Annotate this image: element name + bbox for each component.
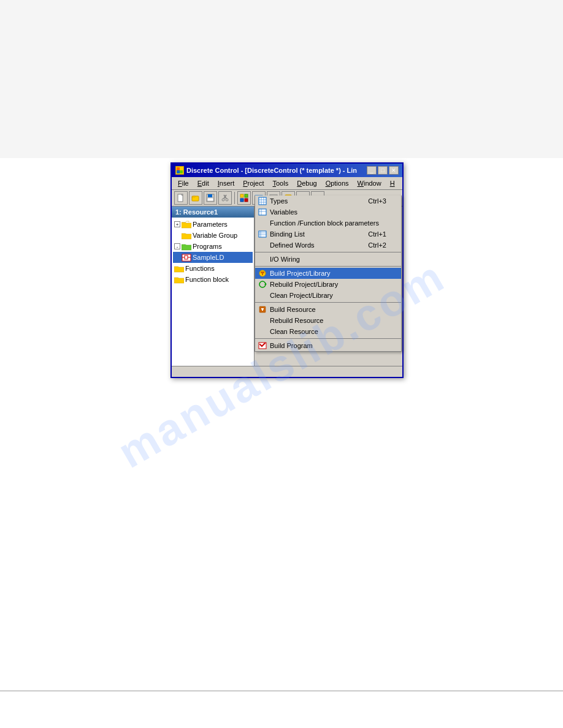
tree-item-parameters[interactable]: + Parameters xyxy=(173,219,253,230)
tree-label-functions: Functions xyxy=(185,265,215,272)
tree-item-functions[interactable]: Functions xyxy=(173,263,253,274)
expand-programs[interactable]: - xyxy=(174,243,180,249)
tree-label-programs: Programs xyxy=(193,243,222,250)
menu-insert[interactable]: Insert xyxy=(214,178,239,188)
project-dropdown-menu: Types Ctrl+3 Variables Function /Functio… xyxy=(255,195,402,352)
binding-list-icon xyxy=(258,229,267,239)
build-resource-label: Build Resource xyxy=(270,306,316,313)
svg-rect-39 xyxy=(259,209,266,215)
maximize-button[interactable]: □ xyxy=(378,166,388,175)
svg-point-13 xyxy=(226,199,228,201)
toolbar-btn5[interactable] xyxy=(237,191,251,205)
sep-2 xyxy=(255,266,401,267)
build-project-label: Build Project/Library xyxy=(270,270,330,277)
build-program-label: Build Program xyxy=(270,342,313,349)
types-shortcut: Ctrl+3 xyxy=(368,197,386,205)
tree-item-sampleld[interactable]: SampleLD xyxy=(173,252,253,263)
menu-item-build-project[interactable]: Build Project/Library xyxy=(255,268,401,279)
title-bar-left: Discrete Control - [DiscreteControl (* t… xyxy=(175,166,357,175)
svg-rect-16 xyxy=(240,199,243,202)
svg-rect-1 xyxy=(180,167,183,170)
ladder-icon-sampleld xyxy=(182,252,191,262)
build-project-icon xyxy=(258,268,267,278)
svg-rect-8 xyxy=(208,194,212,197)
svg-rect-3 xyxy=(180,170,183,173)
svg-rect-14 xyxy=(240,194,243,197)
folder-icon-variable-groups xyxy=(182,230,191,240)
toolbar-cut[interactable] xyxy=(218,191,232,205)
variables-icon xyxy=(258,207,267,217)
menu-help[interactable]: H xyxy=(386,178,399,188)
menu-item-rebuild-project[interactable]: Rebuild Project/Library xyxy=(255,279,401,290)
menu-item-variables[interactable]: Variables xyxy=(255,207,401,218)
menu-item-io-wiring[interactable]: I/O Wiring xyxy=(255,254,401,265)
tree-label-variable-groups: Variable Group xyxy=(193,232,237,239)
build-resource-icon xyxy=(258,305,267,314)
menu-item-rebuild-resource[interactable]: Rebuild Resource xyxy=(255,315,401,326)
tree-item-variable-groups[interactable]: Variable Group xyxy=(173,230,253,241)
tree-label-sampleld: SampleLD xyxy=(193,254,224,261)
main-window: Discrete Control - [DiscreteControl (* t… xyxy=(170,162,404,378)
window-title: Discrete Control - [DiscreteControl (* t… xyxy=(186,167,357,174)
tree-header: 1: Resource1 xyxy=(172,207,254,218)
menu-bar: File Edit Insert Project Tools Debug Opt… xyxy=(172,177,402,190)
binding-list-label: Binding List xyxy=(270,230,305,238)
close-button[interactable]: ✕ xyxy=(389,166,399,175)
sep-4 xyxy=(255,338,401,339)
menu-item-clean-resource[interactable]: Clean Resource xyxy=(255,326,401,337)
menu-window[interactable]: Window xyxy=(354,178,385,188)
menu-item-build-program[interactable]: Build Program xyxy=(255,340,401,351)
menu-file[interactable]: File xyxy=(174,178,193,188)
build-program-icon xyxy=(258,341,267,351)
minimize-button[interactable]: _ xyxy=(367,166,377,175)
menu-item-build-resource[interactable]: Build Resource xyxy=(255,304,401,315)
svg-rect-9 xyxy=(207,198,213,201)
svg-point-12 xyxy=(222,199,224,201)
variables-label: Variables xyxy=(270,208,297,216)
svg-rect-0 xyxy=(177,167,180,170)
tree-content: + Parameters xyxy=(172,218,254,286)
function-params-label: Function /Function block parameters xyxy=(270,219,379,227)
page-background xyxy=(0,0,563,158)
menu-tools[interactable]: Tools xyxy=(269,178,293,188)
toolbar-new[interactable] xyxy=(174,191,188,205)
rebuild-project-label: Rebuild Project/Library xyxy=(270,281,338,288)
menu-debug[interactable]: Debug xyxy=(293,178,320,188)
menu-item-clean-project[interactable]: Clean Project/Library xyxy=(255,290,401,301)
menu-edit[interactable]: Edit xyxy=(194,178,213,188)
tree-label-function-blocks: Function block xyxy=(185,276,229,283)
defined-words-shortcut: Ctrl+2 xyxy=(368,241,386,249)
defined-words-label: Defined Words xyxy=(270,241,315,249)
types-label: Types xyxy=(270,197,288,205)
toolbar-sep1 xyxy=(234,192,235,204)
menu-project[interactable]: Project xyxy=(239,178,267,188)
status-bar xyxy=(172,366,402,377)
sep-3 xyxy=(255,302,401,303)
svg-rect-34 xyxy=(259,197,266,205)
folder-icon-functions xyxy=(174,264,184,273)
tree-item-programs[interactable]: - Programs xyxy=(173,241,253,252)
types-icon xyxy=(258,196,267,206)
svg-rect-15 xyxy=(245,194,248,197)
folder-icon-function-blocks xyxy=(174,275,184,284)
folder-icon-parameters xyxy=(182,219,191,229)
tree-item-function-blocks[interactable]: Function block xyxy=(173,274,253,285)
menu-item-binding-list[interactable]: Binding List Ctrl+1 xyxy=(255,229,401,240)
toolbar-save[interactable] xyxy=(204,191,217,205)
rebuild-project-icon xyxy=(258,279,267,289)
menu-item-function-params[interactable]: Function /Function block parameters xyxy=(255,218,401,229)
svg-rect-17 xyxy=(245,199,248,202)
menu-item-types[interactable]: Types Ctrl+3 xyxy=(255,195,401,207)
clean-resource-label: Clean Resource xyxy=(270,328,318,335)
rebuild-resource-label: Rebuild Resource xyxy=(270,317,323,324)
menu-item-defined-words[interactable]: Defined Words Ctrl+2 xyxy=(255,240,401,251)
sep-1 xyxy=(255,252,401,252)
expand-parameters[interactable]: + xyxy=(174,221,180,227)
svg-rect-2 xyxy=(177,170,180,173)
svg-rect-42 xyxy=(259,231,266,237)
title-bar: Discrete Control - [DiscreteControl (* t… xyxy=(172,164,402,177)
tree-panel: 1: Resource1 + Parameters xyxy=(172,207,255,366)
toolbar-open[interactable] xyxy=(189,191,202,205)
menu-options[interactable]: Options xyxy=(322,178,353,188)
binding-list-shortcut: Ctrl+1 xyxy=(368,230,386,238)
